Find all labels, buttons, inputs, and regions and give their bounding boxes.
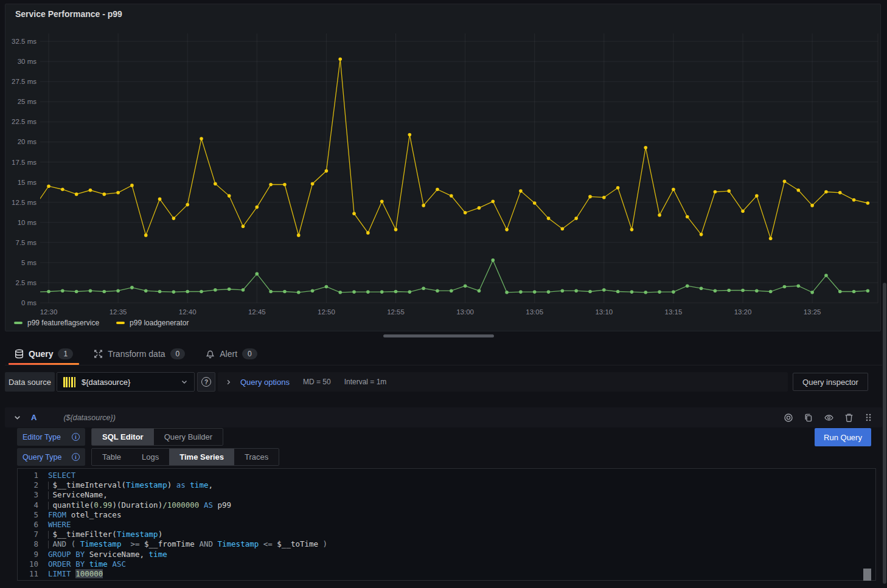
interval-value: Interval = 1m	[344, 378, 387, 386]
datasource-value: ${datasource}	[82, 378, 175, 387]
query-builder-button[interactable]: Query Builder	[154, 429, 223, 445]
hide-response-icon	[824, 413, 834, 423]
svg-text:27.5 ms: 27.5 ms	[12, 78, 37, 85]
svg-text:12:40: 12:40	[179, 308, 197, 316]
chevron-down-icon[interactable]	[13, 413, 21, 421]
svg-text:12:50: 12:50	[318, 308, 335, 316]
query-type-traces-button[interactable]: Traces	[234, 449, 279, 465]
datasource-label: Data source	[5, 372, 55, 392]
max-data-points-value: MD = 50	[303, 378, 331, 386]
tab-alert-badge: 0	[242, 348, 257, 359]
svg-text:0 ms: 0 ms	[21, 299, 37, 306]
query-row-header[interactable]: A (${datasource})	[5, 407, 882, 427]
query-ref-id: A	[31, 413, 37, 422]
svg-text:25 ms: 25 ms	[18, 98, 37, 105]
duplicate-query-icon	[804, 413, 813, 423]
sql-line-number: 9	[18, 550, 38, 559]
svg-text:13:15: 13:15	[665, 308, 683, 316]
query-options-link[interactable]: Query options	[240, 378, 290, 387]
svg-text:22.5 ms: 22.5 ms	[12, 118, 37, 125]
sql-line: ServiceName,	[48, 490, 875, 500]
tab-alert-label: Alert	[220, 349, 237, 359]
chart-legend: p99 featureflagservicep99 loadgenerator	[14, 319, 189, 327]
drag-handle-icon[interactable]	[863, 412, 874, 423]
legend-swatch	[14, 322, 23, 324]
svg-text:13:10: 13:10	[595, 308, 613, 316]
grafana-panel-edit-page: 0 ms2.5 ms5 ms7.5 ms10 ms12.5 ms15 ms17.…	[0, 0, 887, 588]
svg-text:2.5 ms: 2.5 ms	[15, 279, 37, 286]
sql-line: GROUP BY ServiceName, time	[48, 550, 875, 559]
query-actions	[782, 412, 874, 424]
svg-text:13:05: 13:05	[526, 308, 543, 316]
page-scrollbar[interactable]	[883, 283, 886, 584]
query-type-logs-button[interactable]: Logs	[131, 449, 169, 465]
tab-transform-badge: 0	[170, 348, 186, 359]
sql-editor-button[interactable]: SQL Editor	[92, 429, 154, 445]
editor-type-switcher: SQL Editor Query Builder	[91, 428, 223, 446]
transform-icon	[94, 349, 103, 359]
query-datasource-hint: (${datasource})	[63, 413, 115, 422]
horizontal-scrollbar[interactable]	[383, 334, 494, 337]
sql-line: FROM otel_traces	[48, 510, 875, 520]
hide-response-button[interactable]	[823, 412, 835, 424]
run-query-button[interactable]: Run Query	[815, 428, 871, 446]
sql-code-editor[interactable]: 1234567891011 SELECT $__timeInterval(Tim…	[17, 468, 876, 581]
bell-icon	[206, 349, 215, 359]
info-circle-icon: i	[72, 433, 80, 441]
clickhouse-bars-icon	[63, 377, 76, 387]
legend-swatch	[116, 322, 125, 324]
legend-label: p99 loadgenerator	[130, 319, 189, 327]
tab-query-label: Query	[29, 349, 53, 359]
query-type-label-text: Query Type	[23, 453, 61, 462]
editor-scrollbar[interactable]	[863, 569, 871, 581]
duplicate-query-button[interactable]	[802, 412, 815, 424]
svg-text:20 ms: 20 ms	[18, 138, 37, 145]
svg-text:17.5 ms: 17.5 ms	[12, 159, 37, 166]
tab-alert[interactable]: Alert 0	[203, 343, 259, 365]
svg-text:12.5 ms: 12.5 ms	[12, 199, 37, 206]
sql-line: SELECT	[48, 471, 875, 480]
query-type-table-button[interactable]: Table	[92, 449, 131, 465]
disable-query-button[interactable]	[782, 412, 795, 424]
tab-query[interactable]: Query 1	[12, 343, 75, 365]
sql-line-number: 6	[18, 520, 38, 530]
sql-line-number: 8	[18, 539, 38, 549]
svg-text:13:25: 13:25	[804, 308, 821, 316]
tab-query-badge: 1	[58, 348, 73, 359]
chevron-down-icon	[181, 378, 188, 386]
sql-line-number: 7	[18, 530, 38, 539]
query-type-switcher: Table Logs Time Series Traces	[91, 448, 279, 466]
svg-text:15 ms: 15 ms	[18, 179, 37, 186]
legend-item[interactable]: p99 featureflagservice	[14, 319, 99, 327]
tab-transform-data[interactable]: Transform data 0	[91, 343, 187, 365]
sql-code: SELECT $__timeInterval(Timestamp) as tim…	[48, 471, 875, 580]
sql-line-number: 1	[18, 471, 38, 480]
editor-type-label: Editor Type i	[17, 428, 85, 446]
sql-line-number: 3	[18, 490, 38, 500]
svg-text:5 ms: 5 ms	[21, 259, 37, 266]
legend-item[interactable]: p99 loadgenerator	[116, 319, 189, 327]
svg-text:12:55: 12:55	[387, 308, 405, 316]
active-tab-underline	[9, 363, 79, 365]
chevron-right-icon[interactable]	[225, 379, 232, 386]
database-icon	[15, 349, 24, 359]
sql-line-number: 2	[18, 480, 38, 490]
svg-text:30 ms: 30 ms	[18, 58, 37, 65]
query-type-timeseries-button[interactable]: Time Series	[169, 449, 234, 465]
sql-line: AND ( Timestamp >= $__fromTime AND Times…	[48, 539, 875, 549]
sql-line: $__timeFilter(Timestamp)	[48, 530, 875, 539]
sql-line: $__timeInterval(Timestamp) as time,	[48, 480, 875, 490]
remove-query-button[interactable]	[843, 412, 855, 424]
svg-text:12:35: 12:35	[110, 308, 127, 316]
sql-line-number: 11	[18, 569, 38, 579]
editor-type-label-text: Editor Type	[23, 433, 61, 441]
svg-text:12:45: 12:45	[248, 308, 266, 316]
svg-text:10 ms: 10 ms	[18, 219, 37, 226]
svg-text:13:00: 13:00	[456, 308, 474, 316]
editor-tabbar: Query 1 Transform data 0	[5, 343, 882, 365]
sql-line-number: 10	[18, 559, 38, 569]
datasource-help-button[interactable]: ?	[197, 372, 215, 392]
sql-line: WHERE	[48, 520, 875, 530]
query-inspector-button[interactable]: Query inspector	[793, 373, 868, 391]
datasource-picker[interactable]: ${datasource}	[57, 372, 195, 392]
